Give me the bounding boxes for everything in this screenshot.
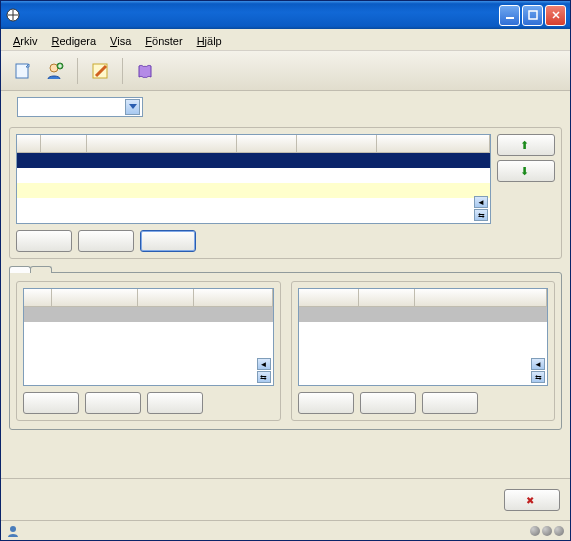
ned-button[interactable]: [497, 160, 555, 182]
tabort-button[interactable]: [422, 392, 478, 414]
tab-bar: [9, 265, 562, 272]
maximize-button[interactable]: [522, 5, 543, 26]
valutabelopp-table[interactable]: ◄ ⇆: [298, 288, 549, 386]
col-belopps[interactable]: [194, 289, 273, 306]
table-row[interactable]: [17, 153, 490, 168]
menu-arkiv[interactable]: Arkiv: [7, 33, 43, 49]
tab-frakttabell[interactable]: [30, 266, 52, 273]
chevron-down-icon[interactable]: [125, 99, 140, 115]
menu-fonster[interactable]: Fönster: [139, 33, 188, 49]
table-row[interactable]: [299, 307, 548, 322]
app-icon: [5, 7, 21, 23]
scroll-sync-icon[interactable]: ⇆: [474, 209, 488, 221]
tab-betalningssatt[interactable]: [9, 266, 31, 273]
menubar: Arkiv Redigera Visa Fönster Hjälp: [1, 29, 570, 51]
status-ball: [554, 526, 564, 536]
col-expa[interactable]: [359, 289, 415, 306]
menu-redigera[interactable]: Redigera: [45, 33, 102, 49]
scroll-left-icon[interactable]: ◄: [257, 358, 271, 370]
col-transportsatt[interactable]: [87, 135, 237, 152]
table-row[interactable]: [17, 198, 490, 213]
col-valuta[interactable]: [299, 289, 359, 306]
andra-button[interactable]: [360, 392, 416, 414]
menu-hjalp[interactable]: Hjälp: [191, 33, 228, 49]
svg-point-7: [10, 526, 16, 532]
col-trans[interactable]: [41, 135, 87, 152]
col-exeditio[interactable]: [138, 289, 194, 306]
col-b[interactable]: [24, 289, 52, 306]
close-icon: [526, 494, 534, 506]
scroll-buttons[interactable]: ◄ ⇆: [257, 358, 271, 383]
tabort-button[interactable]: [140, 230, 196, 252]
col-frakt[interactable]: [237, 135, 297, 152]
minimize-button[interactable]: [499, 5, 520, 26]
arrow-up-icon: [520, 139, 529, 152]
scroll-left-icon[interactable]: ◄: [474, 196, 488, 208]
col-beloppsgrans[interactable]: [415, 289, 548, 306]
andra-button[interactable]: [78, 230, 134, 252]
scroll-buttons[interactable]: ◄ ⇆: [474, 196, 488, 221]
scroll-sync-icon[interactable]: ⇆: [257, 371, 271, 383]
svg-rect-2: [529, 11, 537, 19]
toolbar-separator: [122, 58, 123, 84]
arrow-down-icon: [520, 165, 529, 178]
toolbar-new-icon[interactable]: [9, 57, 37, 85]
status-ball: [542, 526, 552, 536]
footer: [1, 478, 570, 520]
statusbar: [1, 520, 570, 540]
toolbar: [1, 51, 570, 91]
col-ovre[interactable]: [377, 135, 490, 152]
tabort-button[interactable]: [147, 392, 203, 414]
scroll-sync-icon[interactable]: ⇆: [531, 371, 545, 383]
table-row[interactable]: [24, 307, 273, 322]
scroll-buttons[interactable]: ◄ ⇆: [531, 358, 545, 383]
ny-button[interactable]: [298, 392, 354, 414]
leveranssatt-table[interactable]: ◄ ⇆: [16, 134, 491, 224]
col-betalningssatt[interactable]: [52, 289, 138, 306]
ny-button[interactable]: [23, 392, 79, 414]
betalningssatt-group: ◄ ⇆: [16, 281, 281, 421]
close-window-button[interactable]: [545, 5, 566, 26]
toolbar-user-icon[interactable]: [41, 57, 69, 85]
scroll-left-icon[interactable]: ◄: [531, 358, 545, 370]
leveranssatt-group: ◄ ⇆: [9, 127, 562, 259]
titlebar[interactable]: [1, 1, 570, 29]
svg-rect-1: [506, 17, 514, 19]
status-user-icon: [7, 525, 19, 537]
table-row[interactable]: [17, 168, 490, 183]
toolbar-note-icon[interactable]: [86, 57, 114, 85]
status-indicator-balls: [530, 526, 564, 536]
valutabelopp-group: ◄ ⇆: [291, 281, 556, 421]
app-window: Arkiv Redigera Visa Fönster Hjälp: [0, 0, 571, 541]
tab-panel: ◄ ⇆: [9, 272, 562, 430]
col-beloppsgrans[interactable]: [297, 135, 377, 152]
land-combo[interactable]: [17, 97, 143, 117]
col-pos[interactable]: [17, 135, 41, 152]
ny-button[interactable]: [16, 230, 72, 252]
upp-button[interactable]: [497, 134, 555, 156]
toolbar-separator: [77, 58, 78, 84]
andra-button[interactable]: [85, 392, 141, 414]
status-ball: [530, 526, 540, 536]
stang-button[interactable]: [504, 489, 560, 511]
table-row[interactable]: [17, 183, 490, 198]
menu-visa[interactable]: Visa: [104, 33, 137, 49]
betalningssatt-table[interactable]: ◄ ⇆: [23, 288, 274, 386]
toolbar-book-icon[interactable]: [131, 57, 159, 85]
